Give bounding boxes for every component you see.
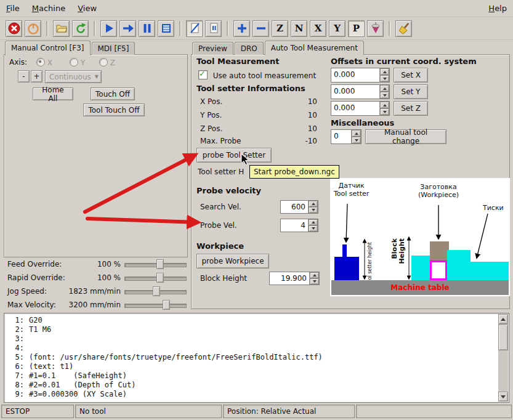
toggle-optional-pause-button[interactable] xyxy=(205,20,222,37)
feed-override-slider[interactable] xyxy=(124,259,187,269)
spin-down-button[interactable] xyxy=(309,225,318,232)
broom-icon xyxy=(397,22,411,35)
gcode-scrollbar[interactable] xyxy=(498,314,508,402)
view-z-rotated-button[interactable]: N xyxy=(291,20,307,37)
tool-setter-info-title: Tool setter Informations xyxy=(196,84,305,93)
menu-file[interactable]: File xyxy=(6,4,20,13)
offset-y-spinbox: 0.000 xyxy=(331,84,390,99)
step-button[interactable] xyxy=(119,20,136,37)
jog-speed-slider[interactable] xyxy=(124,286,187,296)
open-file-button[interactable] xyxy=(53,20,70,37)
slider-handle[interactable] xyxy=(163,300,170,310)
spin-buttons xyxy=(308,219,318,232)
tab-mdi[interactable]: MDI [F5] xyxy=(92,42,135,55)
step-arrow-icon xyxy=(121,22,135,35)
zoom-in-button[interactable] xyxy=(233,20,250,37)
scroll-up-button[interactable] xyxy=(498,314,508,324)
touch-off-button[interactable]: Touch Off xyxy=(91,87,135,100)
gcode-line[interactable]: 7:#1=0.1 (SafeHeight) xyxy=(7,371,496,381)
scrollbar-thumb[interactable] xyxy=(498,325,508,350)
menu-machine[interactable]: Machine xyxy=(32,4,65,13)
spin-down-button[interactable] xyxy=(380,75,389,82)
slider-handle[interactable] xyxy=(153,286,160,296)
view-p-button[interactable]: P xyxy=(348,20,365,37)
misc-input[interactable]: 0 xyxy=(331,130,351,143)
menu-view[interactable]: View xyxy=(78,4,97,13)
spin-up-button[interactable] xyxy=(352,130,361,137)
axis-y-radio[interactable]: Y xyxy=(70,58,85,67)
set-z-button[interactable]: Set Z xyxy=(394,101,428,116)
view-z-button[interactable]: Z xyxy=(272,20,288,37)
stop-icon xyxy=(160,22,173,35)
toggle-skip-lines-button[interactable] xyxy=(186,20,203,37)
stop-button[interactable] xyxy=(158,20,174,37)
probe-tool-setter-button[interactable]: probe Tool Setter xyxy=(196,148,272,163)
block-height-input[interactable]: 19.900 xyxy=(270,272,309,285)
gcode-line[interactable]: 3: xyxy=(7,334,496,344)
reload-file-button[interactable] xyxy=(72,20,89,37)
view-x-button[interactable]: X xyxy=(310,20,326,37)
spin-down-button[interactable] xyxy=(380,108,389,115)
slider-handle[interactable] xyxy=(156,273,164,283)
jog-plus-button[interactable]: + xyxy=(31,70,42,83)
clear-plot-button[interactable] xyxy=(395,20,412,37)
jog-mode-select[interactable]: Continuous ▼ xyxy=(45,70,102,83)
manual-tool-change-button[interactable]: Manual tool change xyxy=(365,129,446,144)
search-vel-input[interactable]: 600 xyxy=(281,201,308,213)
offset-y-input[interactable]: 0.000 xyxy=(331,85,379,99)
spin-up-button[interactable] xyxy=(380,102,389,108)
probe-velocity-title: Probe velocity xyxy=(196,186,261,195)
rotate-view-button[interactable] xyxy=(367,20,384,37)
spin-buttons xyxy=(379,102,389,115)
max-velocity-slider[interactable] xyxy=(124,300,187,310)
scroll-down-button[interactable] xyxy=(498,392,508,402)
spin-up-button[interactable] xyxy=(309,219,318,225)
gcode-line[interactable]: 1:G20 xyxy=(7,316,496,325)
probe-workpiece-button[interactable]: probe Workpiece xyxy=(196,254,269,269)
rapid-override-slider[interactable] xyxy=(124,273,187,283)
spin-up-button[interactable] xyxy=(309,201,318,207)
spin-up-button[interactable] xyxy=(310,272,319,278)
override-section: Feed Override: 100 % Rapid Override: 100… xyxy=(4,259,188,313)
spin-down-button[interactable] xyxy=(352,137,361,143)
tab-dro[interactable]: DRO xyxy=(235,42,264,55)
probe-vel-input[interactable]: 4 xyxy=(281,219,308,232)
home-all-button[interactable]: Home All xyxy=(33,87,73,100)
view-y-button[interactable]: Y xyxy=(329,20,345,37)
gcode-line[interactable]: 9:#3=0.000300 (XY Scale) xyxy=(7,390,496,399)
jog-minus-button[interactable]: - xyxy=(18,70,30,83)
spin-down-button[interactable] xyxy=(309,207,318,213)
workpiece-clamp xyxy=(430,260,447,280)
slider-handle[interactable] xyxy=(156,259,164,269)
gcode-line[interactable]: 4: xyxy=(7,344,496,353)
spin-up-button[interactable] xyxy=(380,68,389,75)
pause-button[interactable] xyxy=(139,20,155,37)
use-auto-tool-measurement-checkbox[interactable]: Use auto tool measurement xyxy=(198,70,316,80)
gcode-line[interactable]: 8:#2=0.01 (Depth of Cut) xyxy=(7,381,496,390)
tool-touch-off-button[interactable]: Tool Touch Off xyxy=(83,103,145,116)
run-button[interactable] xyxy=(100,20,117,37)
axis-x-radio[interactable]: X xyxy=(36,58,52,67)
reload-icon xyxy=(74,22,87,35)
menu-help[interactable]: Help xyxy=(488,4,507,13)
estop-button[interactable] xyxy=(6,20,22,37)
spin-down-button[interactable] xyxy=(380,92,389,99)
max-velocity-label: Max Velocity: xyxy=(7,301,56,309)
gcode-line[interactable]: 6:(text: t1) xyxy=(7,362,496,371)
tab-manual-control[interactable]: Manual Control [F3] xyxy=(5,41,91,55)
offset-x-input[interactable]: 0.000 xyxy=(331,68,379,82)
spin-down-button[interactable] xyxy=(310,278,319,285)
set-y-button[interactable]: Set Y xyxy=(394,84,428,99)
offset-z-input[interactable]: 0.000 xyxy=(331,102,379,115)
machine-power-button[interactable] xyxy=(25,20,41,37)
gcode-line[interactable]: 5:(font: /usr/share/fonts/truetype/freef… xyxy=(7,353,496,362)
zoom-out-button[interactable] xyxy=(252,20,269,37)
spin-up-button[interactable] xyxy=(380,85,389,92)
set-x-button[interactable]: Set X xyxy=(394,68,428,83)
zoom-in-icon xyxy=(235,22,249,35)
tab-preview[interactable]: Preview xyxy=(192,42,233,55)
tab-auto-tool-measurement[interactable]: Auto Tool Measurement xyxy=(265,41,364,55)
gcode-listing[interactable]: 1:G20 2:T1 M6 3: 4: 5:(font: /usr/share/… xyxy=(4,313,509,403)
gcode-line[interactable]: 2:T1 M6 xyxy=(7,325,496,334)
axis-z-radio[interactable]: Z xyxy=(99,58,115,67)
